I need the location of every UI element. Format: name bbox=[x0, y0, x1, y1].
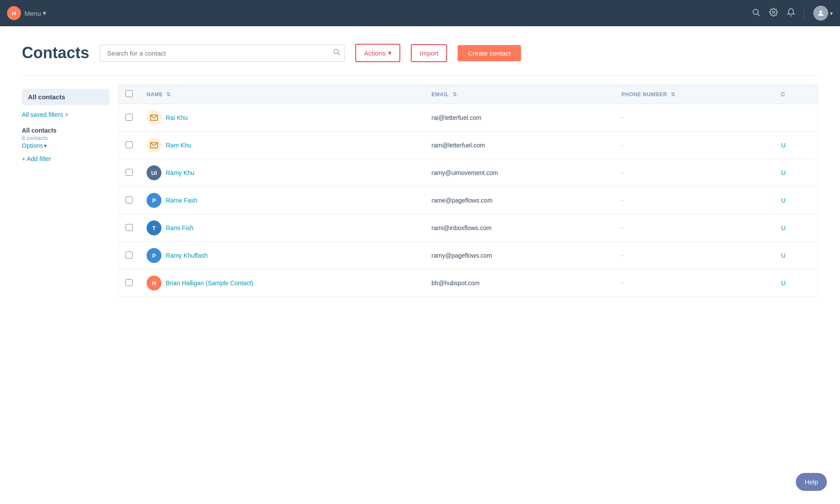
initials-avatar: H bbox=[147, 276, 161, 290]
header-divider bbox=[22, 75, 818, 76]
avatar-dropdown-icon: ▾ bbox=[830, 10, 833, 17]
phone-sort-icon: ⇅ bbox=[671, 91, 675, 98]
contact-email: rame@pageflows.com bbox=[431, 197, 493, 204]
col-phone-header[interactable]: PHONE NUMBER ⇅ bbox=[614, 85, 774, 104]
phone-cell: - bbox=[614, 187, 774, 214]
row-checkbox-cell bbox=[119, 187, 140, 214]
hubspot-logo: H bbox=[7, 6, 21, 20]
contact-extra: U bbox=[781, 142, 786, 149]
svg-line-3 bbox=[758, 14, 760, 16]
contact-email: ramy@pageflows.com bbox=[431, 252, 492, 259]
avatar-button[interactable]: ▾ bbox=[813, 6, 833, 21]
actions-button[interactable]: Actions ▾ bbox=[355, 44, 400, 62]
contact-name-cell: Ram Khu bbox=[147, 138, 417, 153]
phone-cell: - bbox=[614, 270, 774, 297]
row-checkbox-3[interactable] bbox=[126, 196, 133, 203]
row-checkbox-1[interactable] bbox=[126, 141, 133, 148]
select-all-checkbox[interactable] bbox=[126, 90, 133, 97]
sidebar-group-title: All contacts bbox=[22, 127, 109, 134]
row-checkbox-2[interactable] bbox=[126, 169, 133, 176]
table-row: P Ramy Khuffash ramy@pageflows.com - U bbox=[119, 242, 818, 270]
page-title: Contacts bbox=[22, 44, 89, 62]
name-col-label: NAME bbox=[147, 91, 163, 98]
extra-cell: U bbox=[774, 132, 818, 159]
extra-cell: U bbox=[774, 159, 818, 187]
contact-email: rami@inboxflows.com bbox=[431, 224, 491, 231]
sidebar-item-all-contacts[interactable]: All contacts bbox=[22, 89, 109, 105]
user-avatar bbox=[813, 6, 828, 21]
email-cell: rame@pageflows.com bbox=[424, 187, 614, 214]
saved-filters-link[interactable]: All saved filters > bbox=[22, 111, 109, 118]
row-checkbox-4[interactable] bbox=[126, 224, 133, 231]
email-sort-icon: ⇅ bbox=[452, 91, 457, 98]
svg-point-6 bbox=[334, 49, 339, 54]
contact-email: ramy@uimovement.com bbox=[431, 169, 498, 176]
email-cell: ram@letterfuel.com bbox=[424, 132, 614, 159]
contact-extra: U bbox=[781, 252, 786, 259]
contact-name-cell: Rai Khu bbox=[147, 110, 417, 125]
contact-email: ram@letterfuel.com bbox=[431, 142, 485, 149]
search-nav-button[interactable] bbox=[752, 8, 760, 19]
table-row: Ram Khu ram@letterfuel.com - U bbox=[119, 132, 818, 159]
select-all-header bbox=[119, 85, 140, 104]
phone-cell: - bbox=[614, 104, 774, 132]
page-content: Contacts Actions ▾ Import Create contact… bbox=[0, 26, 840, 315]
options-button[interactable]: Options ▾ bbox=[22, 142, 47, 149]
options-arrow-icon: ▾ bbox=[44, 142, 47, 149]
svg-point-5 bbox=[819, 10, 822, 13]
nav-right: ▾ bbox=[752, 6, 833, 21]
email-col-label: EMAIL bbox=[431, 91, 449, 98]
contact-name-cell: H Brian Halligan (Sample Contact) bbox=[147, 276, 417, 290]
contact-name-link[interactable]: Ramy Khuffash bbox=[166, 252, 207, 259]
contacts-table-container: NAME ⇅ EMAIL ⇅ PHONE NUMBER ⇅ C bbox=[118, 84, 818, 297]
settings-nav-button[interactable] bbox=[769, 8, 778, 19]
search-submit-button[interactable] bbox=[332, 48, 340, 58]
contact-name-link[interactable]: Brian Halligan (Sample Contact) bbox=[166, 280, 253, 287]
search-input[interactable] bbox=[100, 45, 345, 62]
contact-phone: - bbox=[621, 169, 623, 176]
table-header: NAME ⇅ EMAIL ⇅ PHONE NUMBER ⇅ C bbox=[119, 85, 818, 104]
extra-col-label: C bbox=[781, 91, 785, 98]
row-checkbox-cell bbox=[119, 214, 140, 242]
extra-cell bbox=[774, 104, 818, 132]
extra-cell: U bbox=[774, 187, 818, 214]
name-cell: P Rame Fash bbox=[140, 187, 424, 214]
menu-button[interactable]: Menu ▾ bbox=[24, 9, 46, 17]
options-label: Options bbox=[22, 142, 43, 149]
name-cell: H Brian Halligan (Sample Contact) bbox=[140, 270, 424, 297]
sidebar: All contacts All saved filters > All con… bbox=[22, 84, 118, 297]
contacts-tbody: Rai Khu rai@letterfuel.com - bbox=[119, 104, 818, 297]
contact-extra: U bbox=[781, 280, 786, 287]
contact-name-link[interactable]: Ramy Khu bbox=[166, 169, 194, 176]
svg-point-4 bbox=[773, 11, 775, 13]
col-name-header[interactable]: NAME ⇅ bbox=[140, 85, 424, 104]
email-cell: ramy@pageflows.com bbox=[424, 242, 614, 270]
contact-phone: - bbox=[621, 252, 623, 259]
import-button[interactable]: Import bbox=[411, 44, 447, 62]
nav-divider bbox=[804, 7, 805, 20]
row-checkbox-0[interactable] bbox=[126, 114, 133, 121]
actions-dropdown-icon: ▾ bbox=[388, 49, 392, 57]
contact-name-link[interactable]: Rai Khu bbox=[166, 114, 188, 121]
initials-avatar: UI bbox=[147, 165, 161, 180]
name-sort-icon: ⇅ bbox=[166, 91, 171, 98]
menu-arrow-icon: ▾ bbox=[43, 9, 46, 17]
create-contact-button[interactable]: Create contact bbox=[458, 45, 522, 61]
row-checkbox-cell bbox=[119, 104, 140, 132]
contact-name-link[interactable]: Rame Fash bbox=[166, 197, 197, 204]
notifications-nav-button[interactable] bbox=[787, 8, 795, 19]
contact-name-link[interactable]: Rami Fish bbox=[166, 224, 193, 231]
contact-name-cell: P Rame Fash bbox=[147, 193, 417, 208]
phone-cell: - bbox=[614, 132, 774, 159]
contact-name-cell: T Rami Fish bbox=[147, 220, 417, 235]
main-layout: All contacts All saved filters > All con… bbox=[22, 84, 818, 297]
add-filter-button[interactable]: + Add filter bbox=[22, 155, 51, 162]
row-checkbox-6[interactable] bbox=[126, 279, 133, 286]
name-cell: T Rami Fish bbox=[140, 214, 424, 242]
contact-name-link[interactable]: Ram Khu bbox=[166, 142, 191, 149]
col-email-header[interactable]: EMAIL ⇅ bbox=[424, 85, 614, 104]
create-contact-label: Create contact bbox=[468, 49, 511, 57]
row-checkbox-5[interactable] bbox=[126, 252, 133, 259]
email-cell: rai@letterfuel.com bbox=[424, 104, 614, 132]
contact-extra: U bbox=[781, 169, 786, 176]
